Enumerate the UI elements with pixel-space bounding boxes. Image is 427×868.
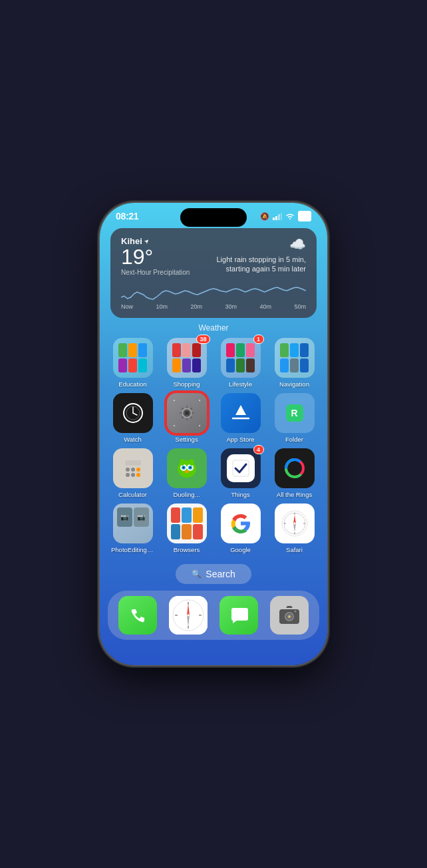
- dock-item-phone[interactable]: [114, 596, 161, 635]
- svg-rect-3: [281, 213, 282, 220]
- app-item-safari[interactable]: Safari: [269, 504, 319, 553]
- weather-widget[interactable]: Kihei 19° Next-Hour Precipitation ☁️ Lig…: [110, 228, 317, 318]
- things-label: Things: [231, 491, 250, 498]
- watch-icon: [113, 393, 153, 433]
- weather-cloud-icon: ☁️: [289, 236, 306, 252]
- app-item-calculator[interactable]: Calculator: [108, 448, 158, 498]
- phone-frame: 08:21 🔕: [100, 203, 327, 665]
- app-item-google[interactable]: Google: [215, 504, 265, 553]
- app-grid-row4: 📷 📷 PhotoEditingSh...: [100, 504, 327, 553]
- app-item-watch[interactable]: Watch: [108, 393, 158, 443]
- education-icon: [113, 338, 153, 378]
- dock-item-safari[interactable]: [165, 596, 212, 635]
- chart-label-20m: 20m: [190, 303, 202, 310]
- svg-point-43: [185, 470, 189, 473]
- folder2-label: Folder: [285, 436, 303, 443]
- app-item-navigation[interactable]: Navigation: [269, 338, 319, 388]
- svg-point-73: [289, 616, 290, 617]
- google-icon: [221, 504, 261, 543]
- chart-label-now: Now: [121, 303, 133, 310]
- svg-rect-2: [278, 214, 280, 220]
- svg-point-35: [136, 473, 140, 477]
- app-item-appstore[interactable]: App Store: [215, 393, 265, 443]
- messages-icon: [219, 596, 258, 635]
- svg-rect-1: [275, 216, 277, 220]
- lifestyle-icon: 1: [221, 338, 261, 378]
- svg-rect-12: [198, 424, 200, 426]
- camera-icon: [270, 596, 309, 635]
- browsers-label: Browsers: [174, 546, 200, 553]
- app-item-allrings[interactable]: All the Rings: [269, 448, 319, 498]
- navigation-icon: [275, 338, 315, 378]
- signal-icon: [273, 213, 282, 220]
- svg-point-72: [295, 611, 297, 613]
- app-item-folder2[interactable]: R Folder: [269, 393, 319, 443]
- weather-temp: 19°: [121, 246, 190, 267]
- weather-description: Light rain stopping in 5 min, starting a…: [200, 255, 306, 274]
- svg-point-45: [189, 459, 194, 466]
- widget-label: Weather: [100, 323, 327, 333]
- safari-dock-icon: [169, 596, 208, 635]
- phone-icon: [118, 596, 157, 635]
- chart-label-40m: 40m: [259, 303, 271, 310]
- app-item-browsers[interactable]: Browsers: [162, 504, 212, 553]
- svg-rect-14: [174, 424, 176, 426]
- settings-icon: [167, 393, 207, 433]
- browsers-icon: [167, 504, 207, 543]
- app-grid-row3: Calculator: [100, 448, 327, 498]
- svg-point-18: [185, 411, 189, 415]
- things-icon: 4: [221, 448, 261, 488]
- weather-sub: Next-Hour Precipitation: [121, 269, 190, 276]
- svg-rect-20: [186, 418, 188, 420]
- svg-rect-21: [180, 412, 182, 414]
- svg-point-41: [182, 467, 184, 469]
- shopping-label: Shopping: [173, 380, 200, 388]
- chart-label-30m: 30m: [225, 303, 237, 310]
- folder2-icon: R: [275, 393, 315, 433]
- svg-point-31: [131, 468, 135, 472]
- status-time: 08:21: [116, 211, 138, 221]
- search-bar[interactable]: 🔍 Search: [100, 564, 327, 584]
- app-item-duolingo[interactable]: Duoling...: [162, 448, 212, 498]
- settings-label: Settings: [175, 436, 198, 443]
- dock-item-messages[interactable]: [215, 596, 262, 635]
- app-item-photoediting[interactable]: 📷 📷 PhotoEditingSh...: [108, 504, 158, 553]
- dynamic-island: [180, 208, 247, 227]
- app-item-settings[interactable]: Settings: [162, 393, 212, 443]
- search-label: Search: [206, 569, 235, 579]
- app-item-things[interactable]: 4 Things: [215, 448, 265, 498]
- photoediting-icon: 📷 📷: [113, 504, 153, 543]
- calculator-icon: [113, 448, 153, 488]
- status-icons: 🔕 92: [260, 211, 311, 221]
- watch-label: Watch: [124, 436, 142, 443]
- svg-point-33: [126, 473, 130, 477]
- app-item-shopping[interactable]: 38 Shopping: [162, 338, 212, 388]
- duolingo-icon: [167, 448, 207, 488]
- dock-item-camera[interactable]: [266, 596, 313, 635]
- safari-label: Safari: [286, 546, 303, 553]
- svg-point-32: [136, 468, 140, 472]
- mute-icon: 🔕: [260, 212, 269, 221]
- svg-point-44: [180, 459, 185, 466]
- svg-rect-16: [174, 400, 176, 402]
- safari-icon: [275, 504, 315, 543]
- svg-rect-19: [186, 406, 188, 408]
- app-item-education[interactable]: Education: [108, 338, 158, 388]
- search-pill[interactable]: 🔍 Search: [176, 564, 251, 584]
- google-label: Google: [230, 546, 251, 553]
- app-grid-row2: Watch: [100, 393, 327, 443]
- shopping-icon: 38: [167, 338, 207, 378]
- lifestyle-label: Lifestyle: [229, 380, 252, 388]
- svg-point-42: [189, 467, 191, 469]
- education-label: Education: [118, 380, 146, 388]
- weather-chart: Now 10m 20m 30m 40m 50m: [121, 284, 306, 310]
- shopping-badge: 38: [196, 335, 210, 344]
- app-item-lifestyle[interactable]: 1 Lifestyle: [215, 338, 265, 388]
- appstore-label: App Store: [226, 436, 254, 443]
- svg-point-30: [126, 468, 130, 472]
- app-grid-row1: Education 38 Shopping: [100, 338, 327, 388]
- allrings-icon: [275, 448, 315, 488]
- wifi-icon: [285, 213, 295, 220]
- photoediting-label: PhotoEditingSh...: [111, 546, 154, 553]
- svg-rect-10: [198, 400, 200, 402]
